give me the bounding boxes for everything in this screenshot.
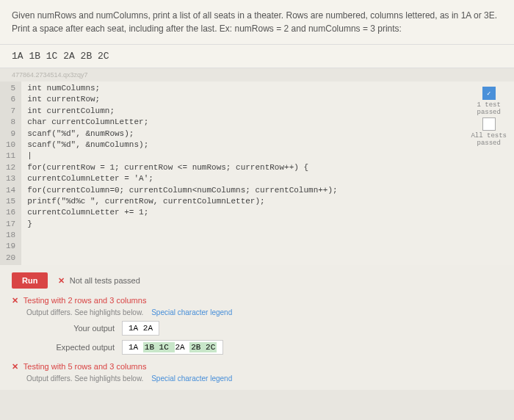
- test-result-1: ✕ Testing with 2 rows and 3 columns: [12, 296, 502, 305]
- code-editor[interactable]: 56789 1011121314 151617181920 int numCol…: [0, 82, 514, 265]
- fail-icon: ✕: [12, 362, 18, 371]
- all-tests-icon: [482, 117, 496, 131]
- test-result-2: ✕ Testing with 5 rows and 3 columns: [12, 362, 502, 372]
- your-output-value: 1A 2A: [122, 321, 159, 336]
- code-content[interactable]: int numColumns; int currentRow; int curr…: [21, 82, 514, 265]
- diff-message: Output differs. See highlights below.: [26, 308, 143, 316]
- line-gutter: 56789 1011121314 151617181920: [0, 82, 21, 265]
- test-status-panel: ✓ 1 test passed All tests passed: [471, 85, 507, 147]
- diff-message: Output differs. See highlights below.: [26, 374, 143, 383]
- summary-text: Not all tests passed: [70, 276, 140, 285]
- example-output: 1A 1B 1C 2A 2B 2C: [0, 45, 514, 68]
- test-passed-icon: ✓: [482, 87, 496, 100]
- legend-link[interactable]: Special character legend: [151, 374, 232, 383]
- problem-description: Given numRows and numColumns, print a li…: [0, 0, 514, 45]
- fail-icon: ✕: [58, 276, 65, 285]
- fail-icon: ✕: [12, 296, 18, 305]
- run-button[interactable]: Run: [12, 272, 48, 289]
- watermark: 477864.2734514.qx3zqy7: [0, 68, 514, 82]
- expected-output-value: 1A 1B 1C 2A 2B 2C: [122, 340, 223, 355]
- results-panel: Run ✕ Not all tests passed ✕ Testing wit…: [0, 265, 514, 390]
- legend-link[interactable]: Special character legend: [151, 308, 232, 316]
- expected-output-row: Expected output 1A 1B 1C 2A 2B 2C: [41, 340, 502, 355]
- your-output-row: Your output 1A 2A: [41, 321, 502, 336]
